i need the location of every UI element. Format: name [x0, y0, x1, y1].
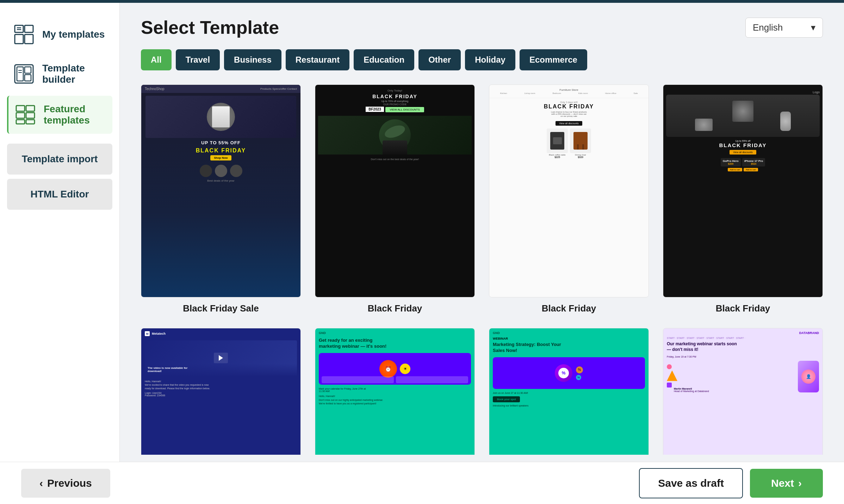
template-thumbnail-t2: Only Today! BLACK FRIDAY Up to 70% off e…	[315, 84, 475, 297]
template-card-t2[interactable]: Only Today! BLACK FRIDAY Up to 70% off e…	[315, 84, 475, 314]
next-button[interactable]: Next ›	[750, 469, 823, 498]
svg-rect-12	[16, 106, 25, 111]
right-buttons: Save as draft Next ›	[639, 468, 823, 498]
svg-rect-9	[25, 75, 31, 81]
svg-rect-0	[15, 25, 23, 32]
sidebar-item-my-templates-label: My templates	[42, 29, 105, 40]
template-thumbnail-t6: GND Get ready for an excitingmarketing w…	[315, 328, 475, 455]
svg-rect-16	[16, 120, 25, 124]
sidebar-item-featured-templates-label: Featured templates	[44, 103, 105, 126]
svg-rect-15	[26, 113, 35, 118]
page-title: Select Template	[141, 17, 279, 38]
template-card-t7[interactable]: GND WEBINAR Marketing Strategy: Boost Yo…	[489, 328, 649, 455]
filter-tab-education[interactable]: Education	[354, 49, 414, 70]
main-layout: My templates Template builder	[0, 3, 844, 462]
sidebar-item-featured-templates[interactable]: Featured templates	[7, 96, 112, 134]
template-thumbnail-t5: M Metatech The video is now available fo…	[141, 328, 301, 455]
template-builder-icon	[14, 64, 34, 84]
language-value: English	[753, 22, 783, 33]
template-card-t4[interactable]: Logo Up to 55% off BLACK FRIDAY View all…	[663, 84, 823, 314]
filter-tab-other[interactable]: Other	[418, 49, 461, 70]
prev-icon: ‹	[39, 477, 43, 489]
top-bar	[0, 0, 844, 3]
previous-label: Previous	[47, 477, 92, 489]
template-card-t5[interactable]: M Metatech The video is now available fo…	[141, 328, 301, 455]
template-card-t3[interactable]: Furniture Store KitchenLiving roomBedroo…	[489, 84, 649, 314]
sidebar-item-my-templates[interactable]: My templates	[7, 17, 112, 52]
save-draft-button[interactable]: Save as draft	[639, 468, 743, 498]
featured-templates-icon	[15, 105, 35, 125]
template-label-t3: Black Friday	[489, 303, 649, 314]
template-thumbnail-t4: Logo Up to 55% off BLACK FRIDAY View all…	[663, 84, 823, 297]
filter-tab-holiday[interactable]: Holiday	[465, 49, 515, 70]
svg-rect-6	[15, 65, 33, 83]
sidebar-item-template-builder-label: Template builder	[42, 63, 105, 85]
template-thumbnail-t3: Furniture Store KitchenLiving roomBedroo…	[489, 84, 649, 297]
bottom-bar: ‹ Previous Save as draft Next ›	[0, 462, 844, 504]
template-thumbnail-t7: GND WEBINAR Marketing Strategy: Boost Yo…	[489, 328, 649, 455]
template-label-t2: Black Friday	[315, 303, 475, 314]
my-templates-icon	[14, 25, 34, 44]
content-header: Select Template English ▾	[141, 17, 823, 38]
sidebar: My templates Template builder	[0, 3, 120, 462]
next-icon: ›	[798, 477, 802, 489]
filter-tab-all[interactable]: All	[141, 49, 172, 70]
svg-rect-1	[25, 25, 33, 32]
template-card-t1[interactable]: TechnoShop Products Specs/offer Contact …	[141, 84, 301, 314]
sidebar-item-template-builder[interactable]: Template builder	[7, 55, 112, 93]
html-editor-button[interactable]: HTML Editor	[7, 179, 112, 210]
next-label: Next	[771, 477, 794, 489]
svg-rect-2	[15, 34, 23, 44]
main-content: Select Template English ▾ AllTravelBusin…	[120, 3, 844, 462]
svg-rect-8	[25, 67, 31, 73]
template-card-t8[interactable]: DATABRAND START ·START ·START ·START ·ST…	[663, 328, 823, 455]
svg-rect-3	[25, 34, 33, 44]
svg-rect-17	[26, 120, 35, 124]
template-label-t4: Black Friday	[663, 303, 823, 314]
filter-tab-ecommerce[interactable]: Ecommerce	[520, 49, 587, 70]
svg-rect-7	[17, 67, 23, 81]
template-thumbnail-t1: TechnoShop Products Specs/offer Contact …	[141, 84, 301, 297]
filter-tab-business[interactable]: Business	[224, 49, 281, 70]
filter-tabs: AllTravelBusinessRestaurantEducationOthe…	[141, 49, 823, 70]
template-card-t6[interactable]: GND Get ready for an excitingmarketing w…	[315, 328, 475, 455]
template-import-button[interactable]: Template import	[7, 144, 112, 175]
chevron-down-icon: ▾	[811, 22, 815, 33]
language-selector[interactable]: English ▾	[745, 18, 823, 38]
svg-rect-14	[16, 113, 25, 118]
filter-tab-restaurant[interactable]: Restaurant	[286, 49, 349, 70]
templates-grid: TechnoShop Products Specs/offer Contact …	[141, 84, 823, 455]
filter-tab-travel[interactable]: Travel	[176, 49, 220, 70]
template-thumbnail-t8: DATABRAND START ·START ·START ·START ·ST…	[663, 328, 823, 455]
template-label-t1: Black Friday Sale	[141, 303, 301, 314]
previous-button[interactable]: ‹ Previous	[21, 469, 110, 498]
svg-rect-13	[26, 106, 35, 111]
